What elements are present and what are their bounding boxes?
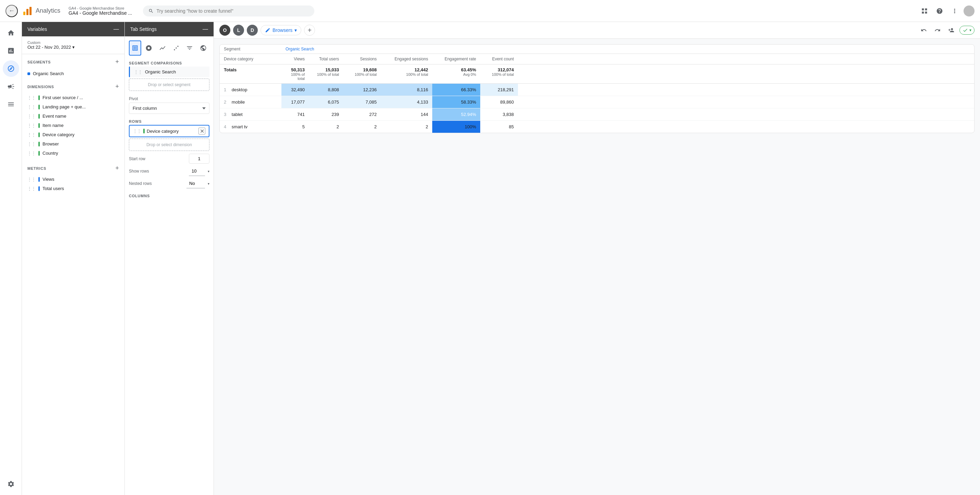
top-nav: ← Analytics GA4 - Google Merchandise Sto… [0,0,980,22]
variables-minimize-button[interactable]: — [113,26,119,32]
start-row-label: Start row [129,156,186,161]
configure-nav-icon[interactable] [3,96,19,112]
segment-badge-l[interactable]: L [233,25,244,36]
reports-nav-icon[interactable] [3,43,19,59]
donut-type-button[interactable] [143,40,155,56]
drop-segment-box[interactable]: Drop or select segment [129,78,210,91]
totals-event-count-value: 312,074 [484,67,514,72]
dimension-country[interactable]: ⋮⋮ Country [22,148,124,158]
chip-close-button[interactable]: ✕ [199,128,205,134]
drop-dimension-label: Drop or select dimension [146,142,192,147]
col-engaged-sessions[interactable]: Engaged sessions [381,54,432,64]
metric-views[interactable]: ⋮⋮ Views [22,175,124,184]
back-button[interactable]: ← [5,5,18,17]
grid-icon-button[interactable] [918,5,931,17]
globe-type-button[interactable] [197,40,210,56]
table-type-button[interactable] [129,40,141,56]
report-content: Segment Organic Search Device category V… [214,39,980,495]
row-engagement-rate: 58.33% [432,96,480,108]
row-num: 1 [224,87,226,92]
filter-type-button[interactable] [184,40,196,56]
save-check-button[interactable]: ▾ [959,26,975,35]
dimension-landing-page[interactable]: ⋮⋮ Landing page + que... [22,102,124,112]
search-bar[interactable] [143,5,314,16]
row-event-count: 218,291 [480,84,518,96]
segment-badge-o[interactable]: O [220,25,230,36]
segment-header-left: Segment [220,45,282,54]
svg-rect-0 [23,12,25,15]
dimension-first-user-source[interactable]: ⋮⋮ First user source / ... [22,93,124,102]
drag-handle-icon: ⋮⋮ [27,133,36,137]
col-device-category: Device category [220,54,282,64]
segment-comparison-organic-search[interactable]: ⋮⋮ Organic Search [129,67,210,77]
drag-handle-icon: ⋮⋮ [27,142,36,147]
explore-nav-icon[interactable] [3,61,19,77]
col-sessions[interactable]: Sessions [343,54,381,64]
add-metric-button[interactable]: + [115,164,119,172]
dimension-event-name[interactable]: ⋮⋮ Event name [22,112,124,121]
row-device: tablet [232,112,243,117]
row-engagement-rate: 66.33% [432,84,480,96]
tab-settings-minimize-button[interactable]: — [202,26,208,32]
table-row: 4 smart tv 5 2 2 2 100% 85 [220,121,974,133]
nested-rows-select[interactable]: No Yes [186,179,205,188]
table-row: 2 mobile 17,077 6,075 7,085 4,133 58.33%… [220,96,974,109]
browsers-chevron-icon: ▾ [294,27,297,33]
date-chevron-icon: ▾ [72,45,75,50]
add-user-button[interactable] [946,25,957,36]
dimension-item-name[interactable]: ⋮⋮ Item name [22,121,124,130]
device-category-chip[interactable]: ⋮⋮ Device category ✕ [129,125,210,137]
redo-button[interactable] [932,25,943,36]
line-type-button[interactable] [156,40,169,56]
scatter-type-button[interactable] [170,40,182,56]
drop-dimension-box[interactable]: Drop or select dimension [129,139,210,151]
add-tab-button[interactable]: + [304,25,315,36]
col-views[interactable]: Views [282,54,309,64]
tab-type-icons-row [129,40,210,56]
metrics-title: METRICS [27,166,46,171]
advertising-nav-icon[interactable] [3,78,19,95]
segment-l-label: L [237,27,240,33]
dimension-label: First user source / ... [43,95,83,100]
show-rows-select[interactable]: 5 10 25 50 [189,166,205,176]
col-engagement-rate[interactable]: Engagement rate [432,54,480,64]
start-row-input[interactable] [189,154,210,164]
totals-sessions-sub: 100% of total [347,72,377,77]
browsers-label: Browsers [272,27,293,33]
totals-views-value: 50,313 [286,67,305,72]
row-engaged-sessions: 4,133 [381,96,432,108]
segment-badge-d[interactable]: D [247,25,258,36]
add-dimension-button[interactable]: + [115,83,119,90]
help-icon-button[interactable] [933,5,946,17]
pivot-select[interactable]: None First column Second column [129,102,210,114]
svg-rect-2 [29,7,32,15]
settings-nav-icon[interactable] [3,476,19,492]
user-avatar[interactable] [964,5,975,16]
undo-button[interactable] [918,25,929,36]
segment-item-organic-search[interactable]: Organic Search [22,68,124,79]
dimension-browser[interactable]: ⋮⋮ Browser [22,139,124,148]
totals-sessions: 19,608 100% of total [343,64,381,83]
row-event-count: 3,838 [480,109,518,120]
start-row-row: Start row [129,154,210,164]
variables-title: Variables [27,26,47,32]
dimension-label: Landing page + que... [43,104,86,109]
row-engaged-sessions: 2 [381,121,432,133]
search-input[interactable] [156,8,309,14]
date-range-selector[interactable]: Oct 22 - Nov 20, 2022 ▾ [27,45,119,50]
col-event-count[interactable]: Event count [480,54,518,64]
metric-label: Total users [43,186,64,191]
segment-d-label: D [251,27,254,33]
add-segment-button[interactable]: + [115,58,119,65]
row-total-users: 6,075 [309,96,343,108]
more-vert-icon-button[interactable] [948,5,961,17]
col-total-users[interactable]: Total users [309,54,343,64]
home-nav-icon[interactable] [3,25,19,41]
metric-total-users[interactable]: ⋮⋮ Total users [22,184,124,193]
account-info: GA4 - Google Merchandise Store GA4 - Goo… [68,6,132,16]
table-row: 1 desktop 32,490 8,808 12,236 8,116 66.3… [220,84,974,96]
search-icon [148,8,154,14]
dimension-device-category[interactable]: ⋮⋮ Device category [22,130,124,139]
browsers-tab-button[interactable]: Browsers ▾ [261,25,301,35]
tab-settings-panel: Tab Settings — [125,22,214,495]
